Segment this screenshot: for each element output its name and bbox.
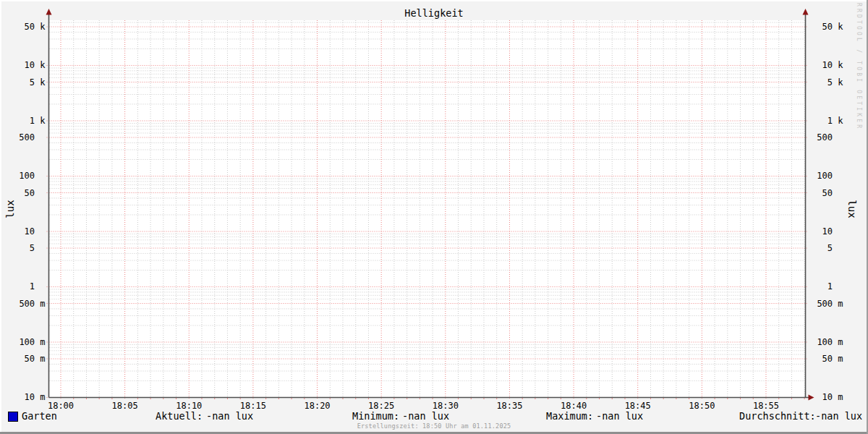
y-tick-label-right: 10 m <box>822 392 843 402</box>
stat-label-maximum: Maximum: <box>546 411 593 422</box>
y-tick-label-right: 10 k <box>822 60 844 70</box>
y-tick-label-left: 1 <box>30 281 35 292</box>
x-tick-label: 18:00 <box>48 401 74 411</box>
x-tick-label: 18:55 <box>753 401 779 411</box>
y-tick-label-left: 10 k <box>25 60 46 70</box>
stat-value-aktuell: -nan lux <box>206 411 253 422</box>
legend-label: Garten <box>22 411 57 422</box>
y-tick-label-left: 50 k <box>25 22 46 32</box>
y-tick-label-left: 10 <box>25 226 35 237</box>
y-tick-label-right: 1 k <box>827 116 843 126</box>
stat-value-minimum: -nan lux <box>402 411 449 422</box>
x-tick-label: 18:05 <box>112 401 138 411</box>
x-tick-label: 18:15 <box>240 401 266 411</box>
y-tick-label-left: 100 m <box>19 337 45 347</box>
x-tick-label: 18:10 <box>176 401 202 411</box>
legend-color-swatch <box>8 412 18 422</box>
y-tick-label-right: 100 m <box>817 337 843 347</box>
chart-plot-area: 50 k50 k10 k10 k5 k5 k1 k1 k500500100100… <box>0 0 868 434</box>
y-tick-label-left: 50 <box>25 188 35 198</box>
creation-timestamp: Erstellungszeit: 18:50 Uhr am 01.11.2025 <box>0 422 868 430</box>
stat-label-durchschnitt: Durchschnitt: <box>739 411 816 422</box>
y-tick-label-left: 500 m <box>19 299 45 309</box>
y-tick-label-left: 5 <box>30 243 35 253</box>
y-tick-label-left: 5 k <box>30 77 46 88</box>
y-tick-label-left: 100 <box>19 171 35 181</box>
x-tick-label: 18:45 <box>625 401 651 411</box>
chart-title: Helligkeit <box>0 8 868 19</box>
rrdtool-graph: 50 k50 k10 k10 k5 k5 k1 k1 k500500100100… <box>0 0 868 434</box>
x-tick-label: 18:25 <box>368 401 394 411</box>
bevel-border-left <box>0 0 1 434</box>
x-tick-label: 18:30 <box>433 401 459 411</box>
y-axis-unit-right: lux <box>846 196 858 222</box>
stat-value-maximum: -nan lux <box>596 411 643 422</box>
y-tick-label-left: 50 m <box>25 354 46 364</box>
chart-canvas <box>49 20 806 398</box>
stat-value-durchschnitt: -nan lux <box>815 411 862 422</box>
x-tick-label: 18:35 <box>496 401 522 411</box>
y-tick-label-left: 10 m <box>25 392 46 402</box>
y-tick-label-right: 100 <box>817 171 833 181</box>
x-tick-label: 18:50 <box>689 401 715 411</box>
y-tick-label-right: 500 m <box>817 299 843 309</box>
y-tick-label-right: 50 k <box>822 22 844 32</box>
x-axis-arrow <box>809 395 814 401</box>
y-tick-label-left: 1 k <box>30 116 46 126</box>
y-tick-label-right: 1 <box>827 281 833 292</box>
bevel-border-top <box>0 0 868 1</box>
stat-label-aktuell: Aktuell: <box>156 411 203 422</box>
x-tick-label: 18:20 <box>304 401 330 411</box>
rrdtool-watermark: RRDTOOL / TOBI OETIKER <box>856 3 862 130</box>
y-tick-label-right: 50 <box>822 188 833 198</box>
y-tick-label-right: 50 m <box>822 354 843 364</box>
stat-label-minimum: Minimum: <box>352 411 399 422</box>
x-tick-label: 18:40 <box>561 401 587 411</box>
y-tick-label-left: 500 <box>19 132 35 142</box>
y-tick-label-right: 10 <box>822 226 833 237</box>
y-tick-label-right: 5 <box>827 243 833 253</box>
legend-and-stats-row: Garten Aktuell: -nan lux Minimum: -nan l… <box>0 411 868 422</box>
y-tick-label-right: 5 k <box>827 77 843 88</box>
y-axis-unit-left: lux <box>4 196 16 222</box>
y-tick-label-right: 500 <box>817 132 833 142</box>
